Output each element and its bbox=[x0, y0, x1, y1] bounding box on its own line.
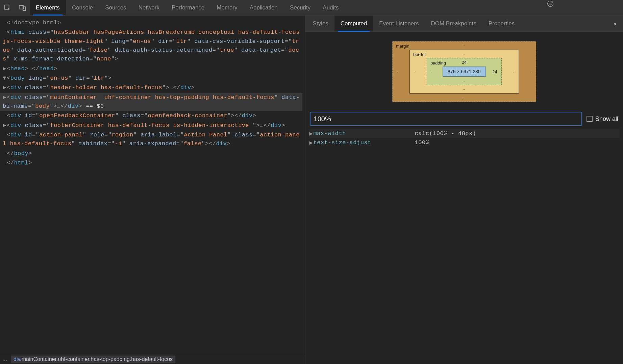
property-name: max-width bbox=[314, 130, 415, 137]
tab-network[interactable]: Network bbox=[132, 0, 166, 15]
subtabs-overflow-icon[interactable]: » bbox=[608, 16, 622, 31]
box-model-border[interactable]: border - - - - padding 24 - - 24 876 × 6… bbox=[409, 50, 519, 94]
breadcrumb-path[interactable]: div.mainContainer.uhf-container.has-top-… bbox=[11, 356, 175, 363]
computed-filter-input[interactable] bbox=[310, 112, 582, 126]
tab-console[interactable]: Console bbox=[66, 0, 99, 15]
box-model-margin[interactable]: margin - - - - border - - - - padding 24 bbox=[392, 41, 536, 102]
caret-right-icon[interactable]: ▶ bbox=[3, 83, 7, 92]
tab-sources[interactable]: Sources bbox=[99, 0, 132, 15]
devtools-top-tabbar: ElementsConsoleSourcesNetworkPerformance… bbox=[0, 0, 623, 16]
dom-node[interactable]: ▶<div class="header-holder has-default-f… bbox=[3, 83, 302, 93]
subtab-computed[interactable]: Computed bbox=[334, 16, 373, 31]
box-model-padding[interactable]: padding 24 - - 24 876 × 6971.280 bbox=[427, 58, 502, 85]
caret-right-icon[interactable]: ▶ bbox=[309, 130, 314, 137]
computed-properties: ▶max-widthcalc(100% - 48px)▶text-size-ad… bbox=[305, 129, 623, 147]
styles-subtabs: StylesComputedEvent ListenersDOM Breakpo… bbox=[305, 16, 623, 32]
tab-performance[interactable]: Performance bbox=[166, 0, 210, 15]
caret-right-icon[interactable]: ▶ bbox=[3, 93, 7, 102]
device-toggle-icon[interactable] bbox=[15, 0, 30, 15]
dom-node[interactable]: <div id="action-panel" role="region" ari… bbox=[3, 130, 302, 149]
dom-node[interactable]: </html> bbox=[3, 158, 302, 168]
property-value: 100% bbox=[415, 139, 429, 146]
top-tabs: ElementsConsoleSourcesNetworkPerformance… bbox=[30, 0, 345, 15]
caret-right-icon[interactable]: ▶ bbox=[3, 121, 7, 130]
dom-node[interactable]: ▼<body lang="en-us" dir="ltr"> bbox=[3, 74, 302, 83]
dom-node[interactable]: </body> bbox=[3, 149, 302, 158]
caret-right-icon[interactable]: ▶ bbox=[309, 139, 314, 146]
dom-node[interactable]: <!doctype html> bbox=[3, 18, 302, 28]
subtab-properties[interactable]: Properties bbox=[482, 16, 521, 31]
tab-elements[interactable]: Elements bbox=[30, 0, 66, 15]
svg-point-5 bbox=[551, 3, 552, 3]
dom-tree[interactable]: <!doctype html><html class="hasSidebar h… bbox=[0, 16, 305, 354]
dom-node[interactable]: <html class="hasSidebar hasPageActions h… bbox=[3, 28, 302, 64]
box-model: margin - - - - border - - - - padding 24 bbox=[305, 32, 623, 110]
computed-property-row[interactable]: ▶max-widthcalc(100% - 48px) bbox=[309, 129, 620, 138]
subtab-event-listeners[interactable]: Event Listeners bbox=[373, 16, 425, 31]
dom-node[interactable]: <div id="openFeedbackContainer" class="o… bbox=[3, 111, 302, 121]
checkbox-icon[interactable] bbox=[587, 116, 593, 122]
tab-memory[interactable]: Memory bbox=[210, 0, 243, 15]
subtab-dom-breakpoints[interactable]: DOM Breakpoints bbox=[425, 16, 482, 31]
computed-property-row[interactable]: ▶text-size-adjust100% bbox=[309, 138, 620, 147]
feedback-icon[interactable] bbox=[547, 0, 554, 9]
dom-node[interactable]: ▶<div class="mainContainer uhf-container… bbox=[0, 93, 302, 111]
tab-audits[interactable]: Audits bbox=[317, 0, 345, 15]
caret-down-icon[interactable]: ▼ bbox=[3, 74, 7, 83]
svg-point-4 bbox=[549, 3, 550, 3]
inspect-icon[interactable] bbox=[0, 0, 15, 15]
dom-node[interactable]: ▶<div class="footerContainer has-default… bbox=[3, 121, 302, 130]
property-value: calc(100% - 48px) bbox=[415, 130, 476, 137]
caret-right-icon[interactable]: ▶ bbox=[3, 64, 7, 73]
box-model-content[interactable]: 876 × 6971.280 bbox=[443, 67, 486, 77]
property-name: text-size-adjust bbox=[314, 139, 415, 146]
subtab-styles[interactable]: Styles bbox=[307, 16, 334, 31]
dom-node[interactable]: ▶<head>…</head> bbox=[3, 64, 302, 74]
breadcrumb[interactable]: … div.mainContainer.uhf-container.has-to… bbox=[0, 354, 305, 364]
tab-security[interactable]: Security bbox=[284, 0, 317, 15]
svg-point-3 bbox=[548, 1, 553, 7]
show-all-toggle[interactable]: Show all bbox=[587, 115, 618, 123]
tab-application[interactable]: Application bbox=[244, 0, 284, 15]
breadcrumb-overflow-icon[interactable]: … bbox=[2, 356, 7, 362]
